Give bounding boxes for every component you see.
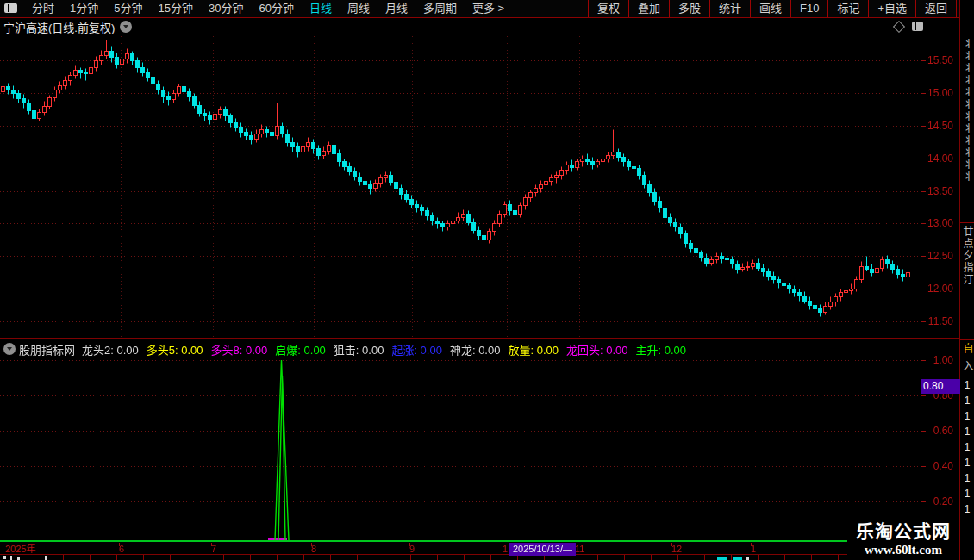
bottom-tick <box>277 555 278 560</box>
bottom-tick <box>731 555 732 560</box>
indicator-field: 神龙: 0.00 <box>450 344 501 357</box>
action-button[interactable]: F10 <box>790 0 827 17</box>
action-button[interactable]: 返回 <box>915 0 957 17</box>
axis-tick <box>671 543 672 546</box>
axis-separator-line <box>921 36 921 554</box>
watermark-title: 乐淘公式网 <box>847 520 959 543</box>
action-button[interactable]: +自选 <box>868 0 915 17</box>
bottom-tick <box>410 555 411 560</box>
clipped-text-fragment <box>17 557 20 560</box>
date-cursor-badge: 2025/10/13/— <box>509 543 576 556</box>
clipped-vertical-text: 111111111 <box>962 379 974 517</box>
period-tab-10[interactable]: 更多 > <box>465 0 512 17</box>
candlestick-chart[interactable] <box>0 36 921 338</box>
strip-tab-highlight[interactable]: 自 <box>962 343 974 358</box>
period-tab-5[interactable]: 60分钟 <box>251 0 301 17</box>
watermark: 乐淘公式网 www.60lt.com <box>847 519 959 560</box>
period-tab-8[interactable]: 月线 <box>378 0 415 17</box>
year-label: 2025年 <box>5 544 35 554</box>
title-right-icons <box>895 21 946 33</box>
bottom-tick <box>63 555 64 560</box>
clipped-vertical-text: 入 <box>962 360 974 374</box>
axis-tick <box>921 223 926 224</box>
bottom-tick <box>170 555 171 560</box>
diamond-icon[interactable] <box>893 21 905 33</box>
axis-tick <box>921 321 926 322</box>
indicator-field: 多头8: 0.00 <box>211 344 268 357</box>
axis-tick <box>921 360 926 361</box>
axis-tick <box>503 543 503 546</box>
month-label: 12 <box>671 544 682 554</box>
toolbar-actions: 复权叠加多股统计画线F10标记+自选返回 <box>588 0 957 17</box>
trading-app-window: 分时1分钟5分钟15分钟30分钟60分钟日线周线月线多周期更多 > 复权叠加多股… <box>0 0 974 560</box>
clipped-vertical-text: 廿点夕指汀 <box>962 226 974 336</box>
period-tabs: 分时1分钟5分钟15分钟30分钟60分钟日线周线月线多周期更多 > <box>24 0 512 17</box>
clipped-icon-fragment <box>733 557 742 560</box>
axis-tick <box>921 60 926 61</box>
period-tab-2[interactable]: 5分钟 <box>106 0 150 17</box>
indicator-name[interactable]: 股朋指标网 <box>19 341 75 358</box>
indicator-field: 狙击: 0.00 <box>334 344 384 357</box>
bottom-tick <box>490 555 491 560</box>
axis-tick <box>119 543 120 546</box>
action-button[interactable]: 复权 <box>588 0 628 17</box>
top-toolbar: 分时1分钟5分钟15分钟30分钟60分钟日线周线月线多周期更多 > 复权叠加多股… <box>0 0 974 18</box>
clipped-vertical-text: 丬丬丬丬丬丬丬丬丬丬丬丬 <box>962 38 974 219</box>
strip-divider <box>960 339 974 340</box>
bottom-tick <box>357 555 358 560</box>
axis-tick <box>921 289 926 289</box>
bottom-tick <box>384 555 384 560</box>
bottom-tick <box>784 555 785 560</box>
period-tab-4[interactable]: 30分钟 <box>201 0 251 17</box>
bottom-tick <box>811 555 812 560</box>
axis-tick <box>751 543 752 546</box>
toolbar-divider <box>22 0 22 17</box>
bottom-tick <box>758 555 759 560</box>
action-button[interactable]: 标记 <box>827 0 868 17</box>
right-sidebar-strip[interactable]: 丬丬丬丬丬丬丬丬丬丬丬丬 廿点夕指汀 自 入 111111111 <box>960 0 974 560</box>
clipped-text-fragment <box>3 556 6 559</box>
bottom-tick <box>704 555 705 560</box>
clipped-icon-fragment <box>717 557 727 560</box>
split-panel-icon[interactable] <box>912 22 923 31</box>
axis-tick <box>409 543 410 546</box>
indicator-field: 龙头2: 0.00 <box>82 344 139 357</box>
action-button[interactable]: 多股 <box>669 0 709 17</box>
bottom-tick <box>303 555 304 560</box>
axis-tick <box>921 126 926 127</box>
indicator-field: 主升: 0.00 <box>636 344 687 357</box>
action-button[interactable]: 画线 <box>750 0 790 17</box>
bottom-tick <box>651 555 652 560</box>
bottom-tick <box>116 555 117 560</box>
indicator-field: 启爆: 0.00 <box>275 344 326 357</box>
period-tab-6[interactable]: 日线 <box>302 0 340 17</box>
period-tab-9[interactable]: 多周期 <box>415 0 465 17</box>
collapse-chevron-icon[interactable] <box>3 343 16 355</box>
layout-panel-icon[interactable] <box>4 3 17 13</box>
bottom-tick <box>90 555 91 560</box>
action-button[interactable]: 叠加 <box>628 0 669 17</box>
period-tab-1[interactable]: 1分钟 <box>62 0 106 17</box>
indicator-header: 股朋指标网 龙头2: 0.00多头5: 0.00多头8: 0.00启爆: 0.0… <box>3 342 694 356</box>
indicator-field: 多头5: 0.00 <box>147 344 203 357</box>
chart-titlebar: 宁沪高速(日线.前复权) <box>3 19 132 34</box>
period-tab-3[interactable]: 15分钟 <box>150 0 200 17</box>
axis-tick <box>921 395 926 396</box>
chevron-down-icon[interactable] <box>120 21 132 33</box>
axis-tick <box>921 466 926 467</box>
bottom-border-line <box>0 554 847 555</box>
axis-tick <box>921 256 926 257</box>
axis-tick <box>921 159 926 159</box>
bottom-tick <box>250 555 251 560</box>
indicator-field: 起涨: 0.00 <box>391 344 442 357</box>
month-label: 11 <box>575 544 584 554</box>
period-tab-7[interactable]: 周线 <box>340 0 378 17</box>
clipped-text-fragment <box>10 556 12 560</box>
period-tab-0[interactable]: 分时 <box>24 0 62 17</box>
clipped-text-fragment <box>746 557 749 560</box>
bottom-tick <box>624 555 625 560</box>
indicator-chart[interactable] <box>0 339 921 542</box>
watermark-url: www.60lt.com <box>847 543 959 557</box>
action-button[interactable]: 统计 <box>709 0 750 17</box>
bottom-tick <box>197 555 197 560</box>
